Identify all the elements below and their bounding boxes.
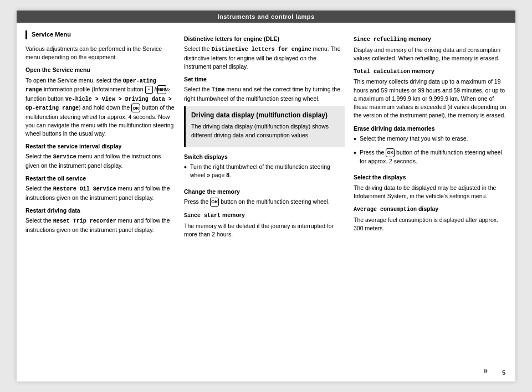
driving-data-intro: The driving data display (multifunction … xyxy=(191,122,339,139)
bullet-dot-2: • xyxy=(354,135,356,144)
since-start-text: The memory will be deleted if the journe… xyxy=(184,222,345,239)
bullet-dot-3: • xyxy=(354,148,356,158)
driving-data-box: Driving data display (multifunction disp… xyxy=(184,106,345,147)
since-start-title: Since start memory xyxy=(184,211,345,220)
menu-button-icon: MENU xyxy=(157,85,166,94)
ok-button-change: OK xyxy=(210,198,219,207)
service-menu-title: Service Menu xyxy=(32,30,175,39)
erase-bullet-2: • Press the OK button of the multifuncti… xyxy=(354,148,507,169)
page-container: Instruments and control lamps Service Me… xyxy=(17,11,515,381)
erase-bullet-2-text: Press the OK button of the multifunction… xyxy=(360,148,507,166)
change-memory-title: Change the memory xyxy=(184,188,345,196)
restart-oil-text: Select the Restore Oil Service menu and … xyxy=(25,184,175,202)
restart-interval-text: Select the Service menu and follow the i… xyxy=(25,152,175,170)
ok-button-icon: OK xyxy=(131,104,140,112)
switch-displays-text: Turn the right thumbwheel of the multifu… xyxy=(190,163,345,179)
right-column: Since refuelling memory Display and memo… xyxy=(354,30,507,372)
average-consumption-title: Average consumption display xyxy=(354,205,507,214)
distinctive-letters-text: Select the Distinctive letters for engin… xyxy=(184,45,345,71)
header-bar: Instruments and control lamps xyxy=(17,11,515,23)
driving-data-title: Driving data display (multifunction disp… xyxy=(191,111,339,120)
restart-oil-title: Restart the oil service xyxy=(25,174,175,183)
total-calculation-text: This memory collects driving data up to … xyxy=(354,78,507,120)
service-menu-section: Service Menu xyxy=(25,30,175,39)
bullet-dot-1: • xyxy=(184,163,187,172)
since-refuelling-text: Display and memory of the driving data a… xyxy=(354,46,507,63)
open-service-text: To open the Service menu, select the Ope… xyxy=(25,76,175,138)
set-time-title: Set time xyxy=(184,75,345,84)
restart-interval-title: Restart the service interval display xyxy=(25,142,175,151)
erase-bullet-1-text: Select the memory that you wish to erase… xyxy=(360,135,468,143)
erase-driving-title: Erase diriving data memories xyxy=(354,125,507,133)
service-menu-intro: Various adjustments can be performed in … xyxy=(25,45,175,61)
page-number: 5 xyxy=(502,369,505,376)
change-memory-text: Press the OK button on the multifunction… xyxy=(184,198,345,207)
select-displays-title: Select the displays xyxy=(354,173,507,182)
ok-button-erase: OK xyxy=(386,148,395,157)
switch-displays-bullet: • Turn the right thumbwheel of the multi… xyxy=(184,163,345,183)
total-calculation-title: Total calculation memory xyxy=(354,67,507,76)
header-title: Instruments and control lamps xyxy=(217,13,314,20)
set-time-text: Select the Time menu and set the correct… xyxy=(184,85,345,103)
restart-driving-title: Restart driving data xyxy=(25,207,175,215)
select-displays-text: The driving data to be displayed may be … xyxy=(354,184,507,200)
content-area: Service Menu Various adjustments can be … xyxy=(17,23,515,377)
switch-displays-title: Switch displays xyxy=(184,153,345,161)
distinctive-letters-title: Distinctive letters for engine (DLE) xyxy=(184,35,345,43)
restart-driving-text: Select the Reset Trip recorder menu and … xyxy=(25,216,175,234)
instrument-icon: ≡ xyxy=(145,86,153,94)
average-consumption-text: The average fuel consumption is displaye… xyxy=(354,216,507,233)
double-arrow-icon: » xyxy=(483,366,488,375)
since-refuelling-title: Since refuelling memory xyxy=(354,35,507,44)
open-service-title: Open the Service menu xyxy=(25,66,175,74)
left-column: Service Menu Various adjustments can be … xyxy=(25,30,175,372)
middle-column: Distinctive letters for engine (DLE) Sel… xyxy=(184,30,345,372)
erase-bullet-1: • Select the memory that you wish to era… xyxy=(354,135,507,146)
